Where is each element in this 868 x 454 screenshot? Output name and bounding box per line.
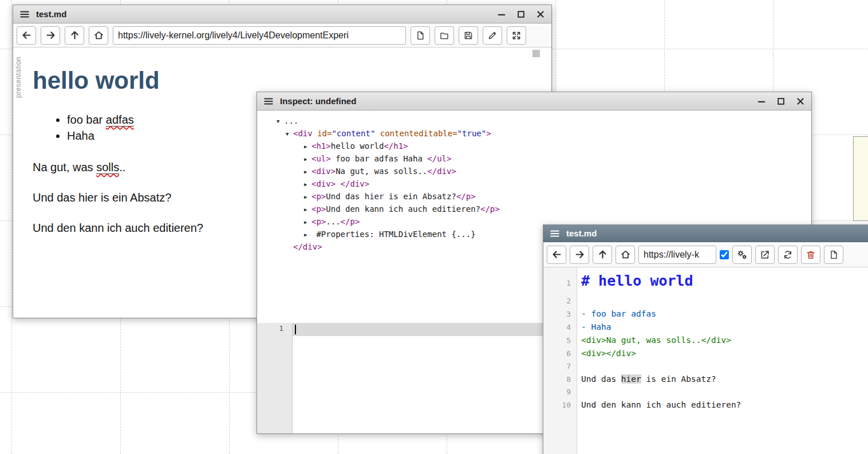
trash-icon[interactable] (801, 246, 820, 264)
inspector-tree-node[interactable]: ▼... (257, 115, 811, 127)
collapsed-triangle-icon[interactable]: ▶ (304, 140, 311, 153)
expand-icon[interactable] (507, 26, 526, 45)
maximize-icon[interactable] (516, 9, 526, 19)
line-code: # hello world (577, 270, 693, 294)
collapsed-triangle-icon[interactable]: ▶ (304, 153, 311, 165)
forward-icon[interactable] (570, 246, 589, 264)
save-icon[interactable] (459, 26, 478, 45)
refresh-icon[interactable] (778, 246, 798, 264)
line-number: 4 (543, 321, 577, 334)
inspector-tree-node[interactable]: ▶<p>Und den kann ich auch editieren?</p> (257, 203, 811, 215)
inspector-tree-node[interactable]: ▶<div> </div> (257, 177, 811, 190)
editor-rows: 1# hello world23- foo bar adfas4- Haha5<… (543, 270, 868, 412)
inspector-tree-node[interactable]: ▶<h1>hello world</h1> (257, 140, 811, 152)
edit-icon[interactable] (483, 26, 502, 45)
line-number: 5 (543, 334, 577, 347)
line-number: 3 (543, 308, 577, 321)
home-icon[interactable] (89, 26, 108, 45)
line-code: <div>Na gut, was solls..</div> (577, 334, 731, 346)
close-icon[interactable] (535, 9, 546, 19)
maximize-icon[interactable] (776, 96, 786, 106)
source-editor[interactable]: 1# hello world23- foo bar adfas4- Haha5<… (543, 267, 868, 454)
new-file-icon[interactable] (824, 246, 843, 264)
tree-token: </ul> (427, 154, 451, 163)
tree-token: </div> (341, 179, 370, 188)
up-icon[interactable] (65, 26, 84, 45)
tree-token: Na gut, was solls.. (336, 167, 427, 176)
folder-icon[interactable] (435, 26, 454, 45)
open-external-icon[interactable] (755, 246, 775, 264)
collapsed-triangle-icon[interactable]: ▶ (304, 165, 311, 178)
line-code: Und das hier is ein Absatz? (577, 373, 716, 385)
tree-token: "content" (332, 129, 375, 138)
menu-icon[interactable] (263, 96, 274, 107)
editor-line[interactable]: 9 (543, 386, 868, 398)
editor-line[interactable]: 4- Haha (543, 321, 868, 334)
forward-icon[interactable] (41, 26, 60, 45)
close-icon[interactable] (795, 96, 806, 106)
collapsed-triangle-icon[interactable]: ▶ (304, 228, 311, 241)
code-token: <div>Na gut, was solls..</div> (581, 335, 731, 345)
back-icon[interactable] (17, 26, 36, 45)
menu-icon[interactable] (19, 9, 30, 20)
tree-token: </p> (341, 217, 360, 226)
line-number: 6 (543, 348, 577, 360)
titlebar[interactable]: test.md (13, 5, 551, 23)
code-token: hier (621, 374, 641, 384)
partial-window[interactable] (853, 136, 868, 221)
minimize-icon[interactable] (756, 96, 767, 106)
tree-token: </p> (456, 192, 476, 201)
editor-line[interactable]: 10Und den kann ich auch editieren? (543, 398, 868, 412)
window-title: Inspect: undefined (280, 96, 356, 106)
line-code: - Haha (577, 321, 611, 333)
menu-icon[interactable] (549, 228, 561, 239)
minimize-icon[interactable] (496, 9, 507, 19)
new-file-icon[interactable] (411, 26, 430, 45)
settings-gears-icon[interactable] (732, 246, 752, 264)
auto-update-checkbox[interactable] (720, 250, 729, 259)
tree-token: "true" (457, 129, 487, 138)
collapsed-triangle-icon[interactable]: ▶ (304, 216, 311, 228)
url-input[interactable] (113, 26, 406, 45)
expanded-triangle-icon[interactable]: ▼ (286, 128, 293, 140)
collapsed-triangle-icon[interactable]: ▶ (304, 203, 311, 216)
editor-line[interactable]: 3- foo bar adfas (543, 307, 868, 321)
window-title: test.md (566, 228, 597, 238)
editor-line[interactable]: 5<div>Na gut, was solls..</div> (543, 334, 868, 347)
collapsed-triangle-icon[interactable]: ▶ (304, 178, 311, 191)
tree-token: contenteditable= (380, 129, 457, 138)
editor-line[interactable]: 7 (543, 360, 868, 373)
editor-line[interactable]: 1# hello world (543, 270, 868, 295)
tree-token: </div> (293, 242, 322, 251)
url-input[interactable] (638, 246, 716, 264)
home-icon[interactable] (616, 246, 635, 264)
back-icon[interactable] (547, 246, 566, 264)
expanded-triangle-icon[interactable]: ▼ (277, 115, 284, 128)
inspector-tree-node[interactable]: ▶<ul> foo bar adfas Haha </ul> (257, 152, 811, 165)
misspelled-word: adfas (106, 113, 134, 127)
editor-line[interactable]: 8Und das hier is ein Absatz? (543, 373, 868, 386)
editor-line[interactable]: 2 (543, 295, 868, 307)
code-token: is ein Absatz? (641, 374, 716, 384)
up-icon[interactable] (593, 246, 612, 264)
line-number: 9 (543, 386, 577, 398)
inspector-tree-node[interactable]: ▶<p>Und das hier is ein Absatz?</p> (257, 190, 811, 203)
editor-line[interactable]: 6<div></div> (543, 347, 868, 360)
line-number: 10 (543, 399, 577, 412)
tree-token (375, 129, 380, 138)
line-number: 2 (543, 295, 577, 307)
titlebar[interactable]: test.md (543, 225, 868, 242)
line-number: 7 (543, 360, 577, 373)
collapsed-triangle-icon[interactable]: ▶ (304, 191, 311, 203)
tree-token: <p> (311, 217, 326, 226)
code-token: # hello world (581, 273, 693, 289)
window-title: test.md (36, 9, 66, 19)
scrollbar-handle[interactable] (532, 50, 540, 57)
line-code: <div></div> (577, 347, 636, 360)
inspector-tree-node[interactable]: ▼<div id="content" contenteditable="true… (257, 127, 811, 140)
titlebar[interactable]: Inspect: undefined (257, 92, 811, 110)
inspector-tree-node[interactable]: ▶<div>Na gut, was solls..</div> (257, 165, 811, 177)
presentation-label: presentation (14, 57, 22, 98)
code-token: Und das (581, 374, 621, 384)
tree-token: foo bar adfas Haha (331, 154, 428, 163)
